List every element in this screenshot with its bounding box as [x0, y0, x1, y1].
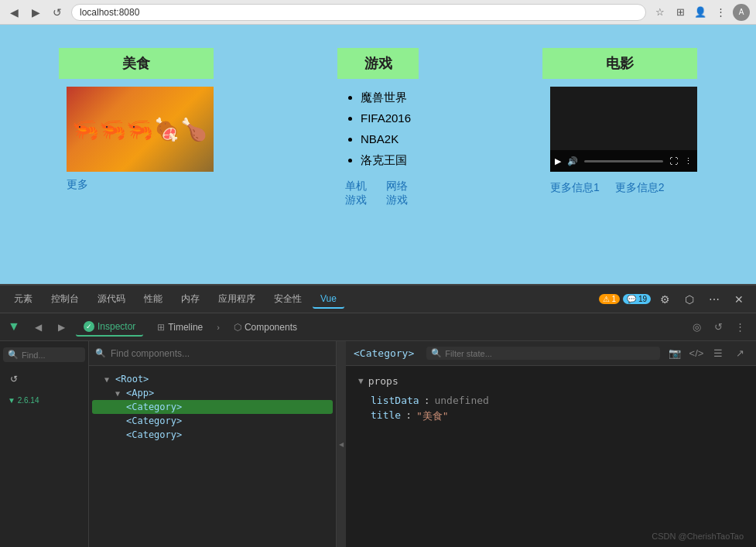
vue-more-icon[interactable]: ⋮: [731, 319, 748, 336]
component-search-bar[interactable]: 🔍: [89, 341, 336, 366]
games-card: 游戏 魔兽世界 FIFA2016 NBA2K 洛克王国 单机游戏 网络游戏: [337, 48, 419, 261]
tab-vue[interactable]: Vue: [313, 290, 344, 309]
components-icon: ⬡: [234, 322, 241, 333]
vue-tab-timeline[interactable]: ⊞ Timeline: [149, 319, 210, 336]
tree-node-category-2[interactable]: <Category>: [92, 428, 333, 442]
timeline-icon: ⊞: [157, 322, 165, 333]
game-item-1: FIFA2016: [361, 108, 411, 128]
more-options-icon[interactable]: ⋯: [703, 289, 725, 310]
more-options-icon[interactable]: ⋮: [684, 156, 693, 166]
movies-card-body: ▶ 🔊 ⛶ ⋮ 更多信息1 更多信息2: [542, 79, 697, 261]
account-icon[interactable]: 👤: [693, 5, 708, 20]
tab-memory[interactable]: 内存: [173, 289, 207, 309]
page-wrapper: ◀ ▶ ↺ localhost:8080 ☆ ⊞ 👤 ⋮ A 美食 更多 游戏: [0, 0, 756, 547]
tree-node-app[interactable]: ▼ <App>: [92, 386, 333, 400]
movies-card-header: 电影: [542, 48, 697, 79]
dock-icon[interactable]: ⬡: [679, 289, 700, 310]
url-text: localhost:8080: [80, 7, 139, 18]
title-value: "美食": [416, 409, 449, 423]
open-external-icon[interactable]: ↗: [731, 345, 748, 362]
code-icon[interactable]: </>: [688, 345, 705, 362]
vue-forward-button[interactable]: ▶: [53, 319, 70, 336]
volume-icon[interactable]: 🔊: [567, 156, 578, 166]
settings-icon[interactable]: ⚙: [654, 289, 676, 310]
prop-row-title: title : "美食": [358, 408, 744, 425]
tab-performance[interactable]: 性能: [136, 289, 170, 309]
filter-search-icon: 🔍: [431, 348, 442, 358]
root-tag: <Root>: [115, 374, 149, 385]
tab-application[interactable]: 应用程序: [210, 289, 263, 309]
refresh-small-icon[interactable]: ↺: [3, 368, 25, 390]
tree-node-root[interactable]: ▼ <Root>: [92, 372, 333, 386]
vue-tab-inspector[interactable]: ✓ Inspector: [76, 318, 143, 337]
listdata-key: listData: [371, 395, 419, 406]
category-0-tag: <Category>: [126, 402, 182, 412]
camera-icon[interactable]: 📷: [666, 345, 683, 362]
play-icon[interactable]: ▶: [555, 156, 561, 166]
title-key: title: [371, 409, 401, 423]
list-icon[interactable]: ☰: [710, 345, 727, 362]
root-toggle[interactable]: ▼: [104, 375, 112, 384]
props-toggle-icon[interactable]: ▼: [358, 376, 364, 386]
chevron-icon: ›: [217, 323, 220, 332]
profile-avatar[interactable]: A: [733, 4, 750, 21]
movie-info-link-2[interactable]: 更多信息2: [615, 181, 665, 195]
category-2-tag: <Category>: [126, 429, 182, 440]
refresh-button[interactable]: ↺: [50, 5, 65, 20]
food-card-body: 更多: [59, 79, 214, 261]
sidebar-search-bar[interactable]: 🔍: [3, 347, 85, 362]
listdata-value: undefined: [434, 395, 488, 406]
singleplayer-link[interactable]: 单机游戏: [345, 179, 371, 207]
sidebar-search-input[interactable]: [22, 350, 80, 360]
search-icon: 🔍: [8, 350, 19, 360]
game-item-3: 洛克王国: [361, 149, 411, 170]
vue-tab-components[interactable]: ⬡ Components: [226, 319, 305, 336]
title-colon: :: [405, 409, 412, 423]
listdata-colon: :: [424, 395, 430, 406]
food-image: [67, 87, 214, 172]
food-more-link[interactable]: 更多: [67, 178, 88, 192]
video-more-links: 更多信息1 更多信息2: [550, 181, 689, 195]
tab-sources[interactable]: 源代码: [90, 289, 133, 309]
back-button[interactable]: ◀: [6, 5, 22, 20]
vue-back-button[interactable]: ◀: [29, 319, 46, 336]
video-progress-bar[interactable]: [584, 160, 663, 162]
tree-node-category-1[interactable]: <Category>: [92, 414, 333, 428]
video-thumbnail: ▶ 🔊 ⛶ ⋮: [550, 87, 697, 172]
props-action-icons: 📷 </> ☰ ↗: [666, 345, 748, 362]
filter-state-input[interactable]: [445, 349, 655, 358]
tree-node-category-0[interactable]: <Category>: [92, 400, 333, 414]
prop-row-listdata: listData : undefined: [358, 393, 744, 408]
category-1-tag: <Category>: [126, 415, 182, 426]
star-icon[interactable]: ☆: [652, 5, 668, 20]
app-toggle[interactable]: ▼: [115, 389, 123, 398]
movie-info-link-1[interactable]: 更多信息1: [550, 181, 600, 195]
component-tree-panel: 🔍 ▼ <Root> ▼ <App> <Ca: [89, 341, 337, 547]
tab-console[interactable]: 控制台: [43, 289, 87, 309]
close-devtools-button[interactable]: ✕: [728, 289, 750, 310]
props-section-header: ▼ props: [358, 375, 744, 387]
tab-elements[interactable]: 元素: [6, 289, 40, 309]
forward-button[interactable]: ▶: [28, 5, 43, 20]
collapse-handle[interactable]: [337, 341, 346, 547]
game-item-0: 魔兽世界: [361, 87, 411, 108]
video-controls: ▶ 🔊 ⛶ ⋮: [550, 150, 697, 172]
props-panel-header: <Category> 🔍 📷 </> ☰ ↗: [346, 341, 756, 366]
props-section-label: props: [368, 375, 399, 387]
puzzle-icon[interactable]: ⊞: [672, 5, 688, 20]
refresh-icon[interactable]: ↺: [710, 319, 727, 336]
warning-badge: ⚠ 1: [599, 294, 620, 304]
filter-state-bar[interactable]: 🔍: [426, 347, 660, 360]
vue-logo: ▼: [8, 320, 23, 335]
fullscreen-icon[interactable]: ⛶: [669, 156, 678, 166]
tab-security[interactable]: 安全性: [266, 289, 310, 309]
menu-icon[interactable]: ⋮: [713, 5, 728, 20]
url-bar[interactable]: localhost:8080: [71, 4, 646, 21]
inspect-element-icon[interactable]: ◎: [688, 319, 705, 336]
games-card-header: 游戏: [337, 48, 419, 79]
component-search-input[interactable]: [111, 348, 330, 359]
inspector-tab-label: Inspector: [97, 321, 135, 332]
tree-search-icon: 🔍: [95, 348, 106, 358]
components-tab-label: Components: [245, 322, 297, 333]
multiplayer-link[interactable]: 网络游戏: [386, 179, 412, 207]
